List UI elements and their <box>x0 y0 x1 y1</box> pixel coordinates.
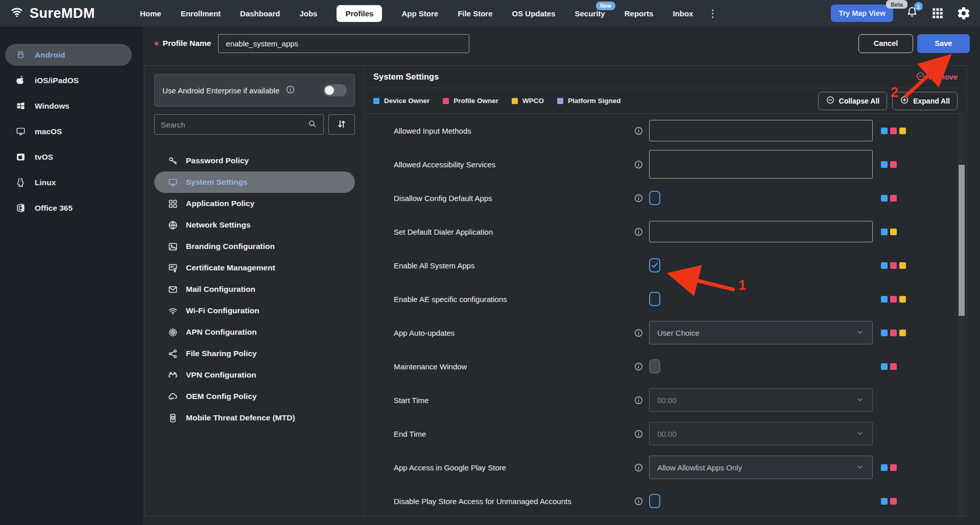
policy-item-label: Wi-Fi Configuration <box>186 306 259 315</box>
sidebar-item-macos[interactable]: macOS <box>0 120 143 142</box>
more-menu-icon[interactable]: ⋮ <box>707 7 718 19</box>
setting-label: App Auto-updates <box>394 329 634 337</box>
enable-all-system-apps-checkbox[interactable] <box>649 258 660 272</box>
policy-item-system-settings[interactable]: System Settings <box>154 171 355 193</box>
android-enterprise-toggle[interactable] <box>323 84 347 96</box>
nav-item-jobs[interactable]: Jobs <box>299 9 317 18</box>
policy-item-branding-configuration[interactable]: Branding Configuration <box>154 236 355 257</box>
scrollbar-thumb[interactable] <box>959 165 965 316</box>
owner-badges <box>881 296 906 303</box>
profile-name-input[interactable] <box>218 34 469 53</box>
disable-play-store-access-for-unmanaged-accounts-checkbox[interactable] <box>649 494 660 508</box>
sidebar-item-tvos[interactable]: tvOS <box>0 146 143 168</box>
wifi-icon <box>168 306 178 316</box>
policy-item-network-settings[interactable]: Network Settings <box>154 214 355 236</box>
new-badge: New <box>596 2 615 10</box>
policy-item-file-sharing-policy[interactable]: File Sharing Policy <box>154 343 355 364</box>
end-time-select[interactable]: 00:00 <box>649 422 873 445</box>
sidebar-item-office-365[interactable]: Office 365 <box>0 197 143 219</box>
badge-do <box>881 363 888 370</box>
nav-item-security[interactable]: SecurityNew <box>575 9 605 18</box>
policy-item-password-policy[interactable]: Password Policy <box>154 150 355 171</box>
brand-logo: SureMDM <box>9 5 95 22</box>
policy-item-mobile-threat-defence-mtd[interactable]: Mobile Threat Defence (MTD) <box>154 407 355 429</box>
nav-item-enrollment[interactable]: Enrollment <box>181 9 221 18</box>
legend-label: Device Owner <box>384 97 429 105</box>
disallow-config-default-apps-checkbox[interactable] <box>649 191 660 205</box>
policy-item-label: OEM Config Policy <box>186 392 257 401</box>
info-icon[interactable] <box>634 496 649 506</box>
settings-row-disable-play-store-access-for-unmanaged-accounts: Disable Play Store Access for Unmanaged … <box>365 484 966 516</box>
allowed-accessibility-services-input[interactable] <box>649 150 873 179</box>
nav-item-reports[interactable]: Reports <box>625 9 654 18</box>
nav-item-file-store[interactable]: File Store <box>458 9 492 18</box>
badge-wpco <box>899 128 906 134</box>
owner-badges <box>881 161 897 168</box>
notifications-button[interactable]: 1 <box>905 6 919 21</box>
policy-item-apn-configuration[interactable]: APN Configuration <box>154 321 355 343</box>
nav-item-home[interactable]: Home <box>140 9 161 18</box>
sidebar-item-android[interactable]: Android <box>5 44 132 66</box>
policy-item-label: VPN Configuration <box>186 370 256 380</box>
nav-item-os-updates[interactable]: OS Updates <box>512 9 555 18</box>
start-time-select[interactable]: 00:00 <box>649 388 873 412</box>
policy-search-input[interactable] <box>161 120 307 129</box>
info-icon[interactable] <box>634 429 649 439</box>
sidebar-item-label: iOS/iPadOS <box>35 76 79 85</box>
save-button[interactable]: Save <box>917 34 970 53</box>
badge-po <box>890 161 897 168</box>
info-icon[interactable] <box>634 160 649 169</box>
settings-gear-icon[interactable] <box>957 6 971 20</box>
app-launcher-icon[interactable] <box>931 7 944 20</box>
badge-wpco <box>899 296 906 303</box>
owner-badges <box>881 464 897 471</box>
info-icon[interactable] <box>634 463 649 472</box>
cancel-button[interactable]: Cancel <box>858 34 913 53</box>
remove-button[interactable]: Remove <box>916 71 958 83</box>
info-icon[interactable] <box>634 126 649 136</box>
nav-item-dashboard[interactable]: Dashboard <box>240 9 280 18</box>
policy-item-application-policy[interactable]: Application Policy <box>154 193 355 214</box>
expand-all-button[interactable]: Expand All <box>892 92 958 110</box>
info-icon[interactable] <box>634 395 649 405</box>
info-icon[interactable] <box>634 328 649 338</box>
owner-badges <box>881 262 906 269</box>
info-icon[interactable] <box>634 362 649 371</box>
notification-count-badge: 1 <box>914 2 923 11</box>
set-default-dialer-application-input[interactable] <box>649 221 873 242</box>
legend-label: WPCO <box>522 97 544 105</box>
maintenance-window-checkbox[interactable] <box>649 359 660 373</box>
sidebar-item-windows[interactable]: Windows <box>0 95 143 117</box>
sort-button[interactable] <box>328 114 355 135</box>
policy-item-label: APN Configuration <box>186 328 257 337</box>
policy-item-vpn-configuration[interactable]: VPN Configuration <box>154 364 355 386</box>
info-icon[interactable] <box>634 193 649 203</box>
nav-item-inbox[interactable]: Inbox <box>673 9 693 18</box>
policy-item-oem-config-policy[interactable]: OEM Config Policy <box>154 386 355 407</box>
policy-item-wi-fi-configuration[interactable]: Wi-Fi Configuration <box>154 300 355 321</box>
nav-item-app-store[interactable]: App Store <box>401 9 438 18</box>
setting-label: App Access in Google Play Store <box>394 463 634 472</box>
certificate-icon <box>168 263 178 273</box>
enable-ae-specific-configurations-checkbox[interactable] <box>649 292 660 306</box>
badge-do <box>881 195 888 202</box>
sidebar-item-ios-ipados[interactable]: iOS/iPadOS <box>0 69 143 91</box>
badge-po <box>890 262 897 269</box>
policy-item-certificate-management[interactable]: Certificate Management <box>154 257 355 279</box>
allowed-input-methods-input[interactable] <box>649 120 873 141</box>
sidebar-item-label: Android <box>35 51 65 60</box>
policy-item-mail-configuration[interactable]: Mail Configuration <box>154 279 355 300</box>
nav-menu: HomeEnrollmentDashboardJobsProfilesApp S… <box>140 5 693 22</box>
collapse-all-button[interactable]: Collapse All <box>818 92 888 110</box>
phone-shield-icon <box>168 413 178 423</box>
info-icon[interactable] <box>285 85 295 96</box>
app-access-in-google-play-store-select[interactable]: Allow Allowlist Apps Only <box>649 456 873 479</box>
sidebar-item-linux[interactable]: Linux <box>0 171 143 193</box>
chevron-down-icon <box>855 328 865 338</box>
app-auto-updates-select[interactable]: User Choice <box>649 321 873 344</box>
nav-item-profiles[interactable]: Profiles <box>337 5 382 22</box>
info-icon[interactable] <box>634 227 649 237</box>
try-map-view-button[interactable]: Try Map View <box>831 5 893 22</box>
policy-item-label: Mail Configuration <box>186 285 255 294</box>
windows-icon <box>15 101 26 111</box>
